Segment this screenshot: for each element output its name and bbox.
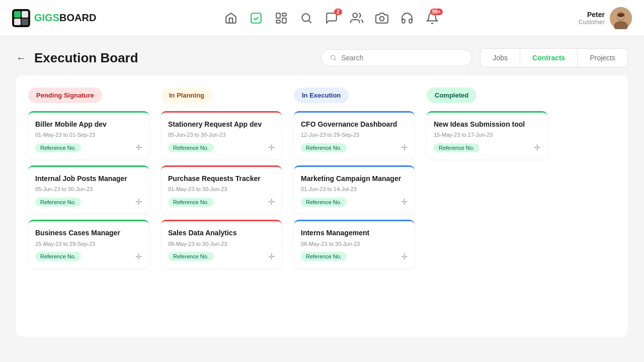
card-date: 05-Jun-23 to 30-Jun-23	[35, 186, 142, 192]
card-title: Interns Management	[301, 228, 408, 237]
tab-projects[interactable]: Projects	[578, 49, 627, 67]
notification-badge: 99+	[430, 9, 443, 15]
ref-badge: Reference No.	[168, 143, 214, 152]
search-bar-icon	[330, 54, 337, 62]
user-info: Peter Customer	[579, 11, 605, 26]
card-title: Sales Data Analytics	[168, 228, 275, 237]
card[interactable]: Interns Management 08-May-23 to 30-Jun-2…	[294, 220, 415, 268]
ref-badge: Reference No.	[301, 143, 347, 152]
tab-jobs[interactable]: Jobs	[480, 49, 520, 67]
user-role: Customer	[579, 19, 605, 26]
back-button[interactable]: ←	[16, 53, 26, 63]
card-date: 08-May-23 to 30-Jun-23	[301, 241, 408, 247]
svg-rect-9	[276, 20, 280, 23]
board: Pending Signature Biller Mobile App dev …	[16, 75, 628, 337]
ref-badge: Reference No.	[434, 143, 479, 152]
card-date: 08-May-23 to 30-Jun-23	[168, 241, 275, 247]
svg-rect-4	[22, 19, 28, 25]
card-title: Business Cases Manager	[35, 228, 142, 237]
card-footer: Reference No. ✛	[301, 252, 408, 261]
svg-rect-6	[276, 13, 280, 18]
move-icon[interactable]: ✛	[268, 252, 275, 261]
card-date: 01-May-23 to 01-Sep-23	[35, 132, 142, 138]
ref-badge: Reference No.	[168, 198, 214, 207]
search-bar[interactable]	[321, 49, 472, 66]
avatar	[610, 7, 632, 29]
card-date: 05-Jun-23 to 30-Jun-23	[168, 132, 275, 138]
card-title: Internal Job Posts Manager	[35, 174, 142, 183]
card-footer: Reference No. ✛	[168, 252, 275, 261]
card[interactable]: Sales Data Analytics 08-May-23 to 30-Jun…	[161, 220, 282, 268]
move-icon[interactable]: ✛	[401, 197, 408, 207]
card[interactable]: Purchase Requests Tracker 01-May-23 to 3…	[161, 165, 282, 214]
card[interactable]: Marketing Campaign Manager 01-Jun-23 to …	[294, 165, 415, 214]
column-execution: In Execution CFO Governance Dashboard 12…	[294, 87, 415, 325]
card-title: Purchase Requests Tracker	[168, 174, 275, 183]
svg-rect-2	[22, 11, 28, 18]
svg-rect-7	[282, 13, 286, 16]
svg-rect-1	[14, 11, 21, 18]
ref-badge: Reference No.	[301, 252, 347, 261]
camera-icon[interactable]	[375, 12, 388, 25]
move-icon[interactable]: ✛	[135, 252, 142, 261]
move-icon[interactable]: ✛	[135, 197, 142, 207]
card-date: 12-Jun-23 to 29-Sep-23	[301, 132, 408, 138]
ref-badge: Reference No.	[301, 198, 347, 207]
card-date: 01-Jun-23 to 14-Jul-23	[301, 186, 408, 192]
card-footer: Reference No. ✛	[168, 143, 275, 152]
column-completed: Completed New Ideas Submission tool 15-M…	[427, 87, 547, 325]
main-nav: 2 99+	[224, 12, 439, 25]
svg-rect-3	[14, 19, 21, 25]
column-header-execution: In Execution	[294, 87, 349, 103]
search-nav-icon[interactable]	[300, 12, 313, 25]
chat-icon[interactable]: 2	[325, 12, 338, 25]
card-footer: Reference No. ✛	[434, 143, 540, 152]
card[interactable]: New Ideas Submission tool 15-May-23 to 1…	[427, 111, 547, 159]
card[interactable]: Business Cases Manager 15-May-23 to 29-S…	[28, 220, 149, 268]
tab-group: Jobs Contracts Projects	[480, 48, 628, 67]
svg-point-10	[302, 14, 309, 21]
ref-badge: Reference No.	[35, 143, 81, 152]
card[interactable]: Stationery Request App dev 05-Jun-23 to …	[161, 111, 282, 159]
move-icon[interactable]: ✛	[401, 252, 408, 261]
move-icon[interactable]: ✛	[401, 143, 408, 152]
svg-point-17	[617, 13, 624, 17]
card-footer: Reference No. ✛	[168, 197, 275, 207]
card-date: 01-May-23 to 30-Jun-23	[168, 186, 275, 192]
column-pending: Pending Signature Biller Mobile App dev …	[28, 87, 149, 325]
tab-contracts[interactable]: Contracts	[520, 49, 578, 67]
move-icon[interactable]: ✛	[268, 197, 275, 207]
home-icon[interactable]	[224, 12, 237, 25]
card-footer: Reference No. ✛	[301, 143, 408, 152]
user-profile[interactable]: Peter Customer	[579, 7, 632, 29]
logo[interactable]: GIGSBOARD	[12, 9, 96, 27]
logo-icon	[12, 9, 30, 27]
move-icon[interactable]: ✛	[135, 143, 142, 152]
card[interactable]: CFO Governance Dashboard 12-Jun-23 to 29…	[294, 111, 415, 159]
headset-icon[interactable]	[400, 12, 414, 25]
page-title: Execution Board	[34, 50, 313, 66]
column-header-planning: In Planning	[161, 87, 212, 103]
column-header-pending: Pending Signature	[28, 87, 102, 103]
card-footer: Reference No. ✛	[301, 197, 408, 207]
move-icon[interactable]: ✛	[268, 143, 275, 152]
svg-rect-8	[282, 18, 286, 23]
task-icon[interactable]	[250, 12, 263, 25]
card[interactable]: Internal Job Posts Manager 05-Jun-23 to …	[28, 165, 149, 214]
chat-badge: 2	[334, 9, 342, 15]
card-date: 15-May-23 to 29-Sep-23	[35, 241, 142, 247]
card-footer: Reference No. ✛	[35, 252, 142, 261]
move-icon[interactable]: ✛	[534, 143, 540, 152]
card-title: CFO Governance Dashboard	[301, 120, 408, 129]
column-planning: In Planning Stationery Request App dev 0…	[161, 87, 282, 325]
card-title: New Ideas Submission tool	[434, 120, 540, 129]
board-icon[interactable]	[275, 12, 288, 25]
card[interactable]: Biller Mobile App dev 01-May-23 to 01-Se…	[28, 111, 149, 159]
ref-badge: Reference No.	[35, 252, 81, 261]
logo-text: GIGSBOARD	[34, 12, 96, 24]
users-icon[interactable]	[350, 12, 363, 25]
notification-icon[interactable]: 99+	[426, 12, 439, 25]
svg-rect-5	[251, 13, 261, 23]
ref-badge: Reference No.	[168, 252, 214, 261]
search-input[interactable]	[341, 54, 463, 62]
